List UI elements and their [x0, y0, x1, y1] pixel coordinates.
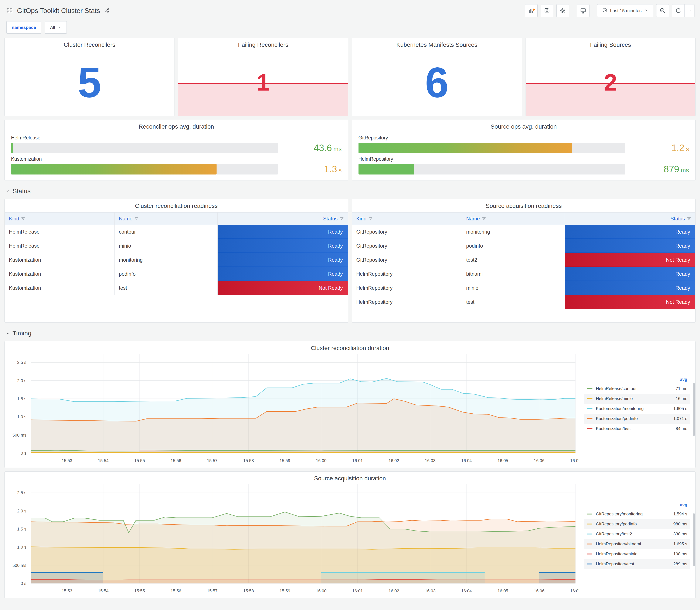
navbar: GitOps Toolkit Cluster Stats [0, 0, 700, 19]
filter-funnel-icon[interactable] [134, 217, 139, 221]
section-header-status[interactable]: Status [4, 184, 696, 199]
dashboard-settings-button[interactable] [556, 4, 569, 17]
variables-submenu: namespace All [0, 19, 700, 38]
save-dashboard-button[interactable] [541, 4, 553, 17]
time-series-plot[interactable]: 15:5315:5415:5515:5615:5715:5815:5916:00… [5, 351, 579, 467]
cell-kind: GitRepository [352, 225, 462, 239]
panel-title[interactable]: Source acquisition duration [5, 472, 695, 482]
legend-series-name[interactable]: HelmRepository/minio [596, 551, 670, 557]
filter-funnel-icon[interactable] [369, 217, 373, 221]
timeseries-panel: Cluster reconciliation duration 15:5315:… [4, 341, 696, 468]
status-badge: Ready [217, 225, 348, 239]
panel-title[interactable]: Source ops avg. duration [352, 120, 696, 130]
column-header-name[interactable]: Name [462, 212, 565, 225]
legend-series-swatch [587, 553, 592, 554]
zoom-out-button[interactable] [656, 4, 669, 17]
legend-series-name[interactable]: HelmRepository/test [596, 562, 670, 566]
legend-series-name[interactable]: HelmRepository/bitnami [596, 542, 670, 546]
legend-row: HelmRelease/contour71 ms [584, 384, 690, 394]
time-range-picker[interactable]: Last 15 minutes [597, 4, 653, 17]
gauge-fill [11, 164, 216, 175]
legend-series-swatch [587, 533, 592, 534]
filter-funnel-icon[interactable] [687, 217, 691, 221]
panel-title[interactable]: Failing Reconcilers [178, 38, 348, 48]
panel-title[interactable]: Source acquisition readiness [352, 199, 696, 209]
panel-title[interactable]: Failing Sources [526, 38, 695, 48]
timeseries-panel: Source acquisition duration 15:5315:5415… [4, 471, 696, 598]
legend-series-name[interactable]: GitRepository/test2 [596, 532, 670, 536]
grafana-dashboard: GitOps Toolkit Cluster Stats [0, 0, 700, 606]
legend-series-swatch [587, 514, 592, 514]
toolbar: Last 15 minutes [525, 4, 695, 17]
cycle-view-mode-button[interactable] [577, 4, 589, 17]
cell-kind: HelmRelease [5, 239, 115, 253]
legend-series-swatch [587, 388, 592, 389]
legend-series-name[interactable]: GitRepository/podinfo [596, 521, 670, 527]
refresh-interval-dropdown[interactable] [685, 4, 695, 17]
svg-text:1.0 s: 1.0 s [17, 545, 26, 549]
gauge-label: Kustomization [11, 156, 342, 162]
svg-text:16:06: 16:06 [534, 589, 544, 593]
variable-selected-value: All [50, 25, 55, 30]
cell-name: podinfo [115, 267, 217, 281]
legend-row: Kustomization/monitoring1.605 s [584, 404, 690, 414]
legend-series-name[interactable]: HelmRelease/contour [596, 386, 672, 391]
stat-panel: Kubernetes Manifests Sources 6 [352, 38, 522, 116]
svg-text:2.5 s: 2.5 s [17, 490, 26, 495]
svg-text:15:56: 15:56 [170, 458, 181, 463]
section-header-timing[interactable]: Timing [4, 326, 696, 341]
panel-title[interactable]: Cluster reconciliation duration [5, 341, 695, 352]
panel-title[interactable]: Cluster Reconcilers [5, 38, 174, 48]
svg-text:0 s: 0 s [21, 451, 26, 455]
gauges-row: Reconciler ops avg. duration HelmRelease… [4, 120, 696, 180]
svg-text:1.5 s: 1.5 s [17, 527, 26, 531]
legend-series-name[interactable]: Kustomization/test [596, 426, 672, 431]
chart-plot-area[interactable]: 15:5315:5415:5515:5615:5715:5815:5916:00… [5, 351, 579, 467]
bar-gauge-panel: Source ops avg. duration GitRepository1.… [352, 120, 696, 180]
legend-series-name[interactable]: HelmRelease/minio [596, 396, 672, 401]
legend-series-name[interactable]: GitRepository/monitoring [596, 512, 670, 516]
section-title: Timing [13, 330, 31, 337]
readiness-table: KindNameStatusGitRepositorymonitoringRea… [352, 212, 696, 309]
legend-row: Kustomization/podinfo1.071 s [584, 414, 690, 423]
svg-text:15:56: 15:56 [170, 589, 181, 593]
panel-title[interactable]: Cluster reconciliation readiness [5, 199, 348, 209]
table-row: HelmRepositorybitnamiReady [352, 267, 695, 281]
filter-funnel-icon[interactable] [21, 217, 25, 221]
time-series-plot[interactable]: 15:5315:5415:5515:5615:5715:5815:5916:00… [5, 481, 579, 597]
legend-scrollbar[interactable] [693, 513, 695, 566]
legend-avg-header[interactable]: avg [584, 501, 690, 509]
legend-series-name[interactable]: Kustomization/podinfo [596, 416, 670, 421]
svg-text:15:55: 15:55 [134, 589, 145, 593]
column-header-kind[interactable]: Kind [5, 212, 115, 225]
svg-text:0 s: 0 s [21, 581, 26, 586]
column-header-status[interactable]: Status [217, 212, 348, 225]
cell-status: Ready [565, 267, 695, 281]
variable-value-dropdown[interactable]: All [45, 21, 66, 34]
legend-avg-header[interactable]: avg [584, 375, 690, 384]
chevron-down-icon [6, 330, 10, 337]
variable-label-namespace[interactable]: namespace [6, 21, 41, 34]
add-panel-button[interactable] [525, 4, 538, 17]
refresh-button[interactable] [672, 4, 685, 17]
status-badge: Not Ready [565, 295, 695, 309]
cell-status: Ready [565, 225, 695, 239]
share-icon[interactable] [104, 8, 110, 13]
legend-series-avg: 71 ms [676, 386, 687, 391]
panel-title[interactable]: Reconciler ops avg. duration [5, 120, 348, 130]
column-header-status[interactable]: Status [565, 212, 695, 225]
column-header-name[interactable]: Name [115, 212, 217, 225]
svg-text:16:03: 16:03 [425, 589, 436, 593]
filter-funnel-icon[interactable] [482, 217, 486, 221]
legend-series-avg: 980 ms [673, 521, 687, 527]
legend-series-name[interactable]: Kustomization/monitoring [596, 406, 670, 411]
table-row: HelmReleaseminioReady [5, 239, 348, 253]
column-header-kind[interactable]: Kind [352, 212, 462, 225]
apps-grid-icon[interactable] [6, 7, 13, 14]
status-badge: Not Ready [217, 281, 348, 295]
legend-scrollbar[interactable] [693, 383, 695, 436]
chart-plot-area[interactable]: 15:5315:5415:5515:5615:5715:5815:5916:00… [5, 481, 579, 597]
svg-text:15:59: 15:59 [280, 458, 290, 463]
panel-title[interactable]: Kubernetes Manifests Sources [352, 38, 522, 48]
filter-funnel-icon[interactable] [340, 217, 344, 221]
